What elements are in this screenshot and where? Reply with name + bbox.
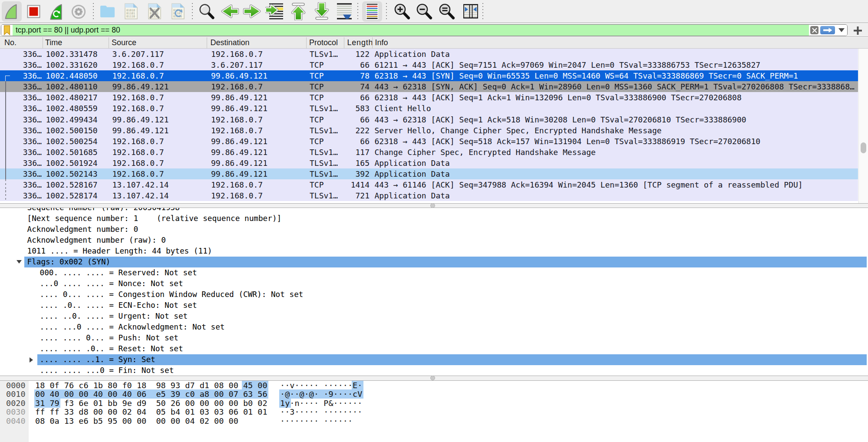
column-header-destination[interactable]: Destination (211, 37, 250, 48)
column-header-source[interactable]: Source (112, 37, 136, 48)
zoom-100-icon[interactable] (437, 1, 457, 22)
reload-file-icon[interactable]: 010100110101110 (168, 1, 188, 22)
packet-row[interactable]: 336…1002.502143192.168.0.799.86.49.121TL… (0, 168, 858, 179)
detail-row[interactable]: .... .... ..1. = Syn: Set (0, 354, 868, 365)
detail-row[interactable]: [Next sequence number: 1 (relative seque… (0, 213, 868, 224)
packet-row[interactable]: 336…1002.480559192.168.0.799.86.49.121TL… (0, 103, 858, 114)
hex-bytes: ff ff 33 d8 00 00 02 04 05 b4 01 03 03 0… (35, 408, 267, 417)
apply-filter-arrow-icon[interactable] (820, 26, 835, 34)
detail-row[interactable]: .... ...0 .... = Acknowledgment: Not set (0, 322, 868, 333)
column-divider[interactable] (306, 37, 307, 48)
splitter-list-details[interactable] (0, 203, 868, 208)
restart-capture-icon[interactable] (46, 1, 66, 22)
detail-row[interactable]: .... 0... .... = Congestion Window Reduc… (0, 289, 868, 300)
auto-scroll-icon[interactable] (334, 1, 354, 22)
close-file-icon[interactable]: 010100110101110 (145, 1, 165, 22)
zoom-in-icon[interactable] (392, 1, 412, 22)
cell-dst: 192.168.0.7 (211, 114, 305, 125)
scrollbar-thumb[interactable] (861, 142, 866, 153)
wireshark-start-capture-icon[interactable] (2, 1, 22, 22)
detail-row[interactable]: .... .... ...0 = Fin: Not set (0, 365, 868, 376)
hex-field-highlight: E· (352, 381, 363, 390)
filter-bookmark-icon[interactable] (1, 25, 13, 36)
packet-row[interactable]: 336…1002.448050192.168.0.799.86.49.121TC… (0, 70, 858, 81)
detail-row[interactable]: 1011 .... = Header Length: 44 bytes (11) (0, 246, 868, 257)
filter-input-area[interactable]: tcp.port == 80 || udp.port == 80 (13, 25, 809, 36)
column-divider[interactable] (207, 37, 207, 48)
capture-options-gear-icon[interactable] (69, 1, 89, 22)
column-header-info[interactable]: Info (375, 37, 388, 48)
stop-capture-icon[interactable] (23, 1, 43, 22)
detail-row[interactable]: .... ..0. .... = Urgent: Not set (0, 311, 868, 322)
display-filter-field[interactable]: tcp.port == 80 || udp.port == 80 (1, 24, 848, 36)
open-file-folder-icon[interactable] (97, 1, 117, 22)
column-header-length[interactable]: Length (347, 37, 372, 48)
detail-row[interactable]: Sequence number (raw): 2005041958 (0, 208, 868, 213)
detail-row[interactable]: 000. .... .... = Reserved: Not set (0, 267, 868, 278)
cell-len: 74 (328, 81, 370, 92)
packet-row[interactable]: 336…1002.501685192.168.0.799.86.49.121TL… (0, 147, 858, 158)
save-file-icon[interactable]: 010100110101110 (121, 1, 141, 22)
go-forward-icon[interactable] (242, 1, 262, 22)
cell-no: 336… (8, 103, 42, 114)
packet-row[interactable]: 336…1002.500254192.168.0.799.86.49.121TC… (0, 136, 858, 147)
packet-row[interactable]: 336…1002.331620192.168.0.73.6.207.117TCP… (0, 59, 858, 70)
svg-text:01110: 01110 (126, 15, 135, 18)
find-packet-icon[interactable] (197, 1, 217, 22)
splitter-details-bytes[interactable] (0, 376, 868, 381)
packet-row[interactable]: 336…1002.501924192.168.0.799.86.49.121TL… (0, 158, 858, 168)
packet-row[interactable]: 336…1002.49943499.86.49.121192.168.0.7TC… (0, 114, 858, 125)
filter-history-caret-icon[interactable] (838, 28, 845, 32)
splitter-handle-icon[interactable] (430, 203, 435, 208)
column-header-time[interactable]: Time (45, 37, 62, 48)
detail-row[interactable]: .... .... .0.. = Reset: Not set (0, 343, 868, 354)
expander-collapsed-icon[interactable] (30, 357, 33, 363)
detail-text: 1011 .... = Header Length: 44 bytes (11) (27, 247, 212, 255)
packet-row[interactable]: 336…1002.3314783.6.207.117192.168.0.7TLS… (0, 49, 858, 59)
splitter-handle-icon[interactable] (430, 376, 435, 380)
cell-no: 336… (8, 136, 42, 147)
expander-expanded-icon[interactable] (17, 260, 22, 264)
go-to-packet-icon[interactable] (265, 1, 285, 22)
packet-list-header: No.TimeSourceDestinationProtocolLengthIn… (0, 37, 868, 49)
packet-row[interactable]: 336…1002.480217192.168.0.799.86.49.121TC… (0, 92, 858, 103)
filter-toolbar: tcp.port == 80 || udp.port == 80 (0, 23, 868, 37)
add-filter-plus-icon[interactable] (852, 25, 863, 36)
packet-details-tree: Sequence number (raw): 2005041958[Next s… (0, 208, 868, 376)
cell-src: 192.168.0.7 (112, 92, 206, 103)
packet-row[interactable]: 336…1002.48011099.86.49.121192.168.0.7TC… (0, 81, 858, 92)
detail-row[interactable]: Acknowledgment number: 0 (0, 224, 868, 235)
column-header-protocol[interactable]: Protocol (309, 37, 338, 48)
detail-row[interactable]: ...0 .... .... = Nonce: Not set (0, 278, 868, 289)
cell-info: 62318 → 443 [ACK] Seq=1 Ack=1 Win=132096… (375, 92, 858, 103)
detail-row[interactable]: .... .... 0... = Push: Not set (0, 333, 868, 343)
column-divider[interactable] (372, 37, 373, 48)
toolbar-separator (357, 3, 358, 20)
resize-columns-icon[interactable] (461, 1, 481, 22)
cell-no: 336… (8, 179, 42, 190)
packet-list-scrollbar[interactable] (858, 49, 868, 203)
detail-row[interactable]: .... .0.. .... = ECN-Echo: Not set (0, 300, 868, 311)
cell-no: 336… (8, 114, 42, 125)
wireshark-window: 010100110101110 010100110101110 01010011… (0, 0, 868, 442)
detail-row[interactable]: Acknowledgment number (raw): 0 (0, 235, 868, 246)
packet-row[interactable]: 336…1002.52816713.107.42.14192.168.0.7TC… (0, 179, 858, 190)
hex-ascii: ········ ······ (280, 417, 353, 426)
packet-list-rows: 336…1002.3314783.6.207.117192.168.0.7TLS… (0, 49, 858, 203)
zoom-out-icon[interactable] (414, 1, 434, 22)
go-back-icon[interactable] (220, 1, 240, 22)
filter-input-value[interactable]: tcp.port == 80 || udp.port == 80 (13, 26, 120, 35)
detail-row[interactable]: Flags: 0x002 (SYN) (0, 257, 868, 267)
cell-dst: 192.168.0.7 (211, 125, 305, 136)
packet-row[interactable]: 336…1002.52817413.107.42.14192.168.0.7TL… (0, 190, 858, 201)
go-last-packet-icon[interactable] (312, 1, 332, 22)
column-divider[interactable] (344, 37, 344, 48)
packet-row[interactable]: 336…1002.50015099.86.49.121192.168.0.7TL… (0, 125, 858, 136)
colorize-packets-icon[interactable] (362, 1, 382, 22)
go-first-packet-icon[interactable] (288, 1, 308, 22)
cell-time: 1002.501685 (46, 147, 108, 158)
column-divider[interactable] (43, 37, 43, 48)
column-divider[interactable] (109, 37, 109, 48)
column-header-no[interactable]: No. (4, 37, 17, 48)
clear-filter-x-icon[interactable] (810, 26, 818, 34)
